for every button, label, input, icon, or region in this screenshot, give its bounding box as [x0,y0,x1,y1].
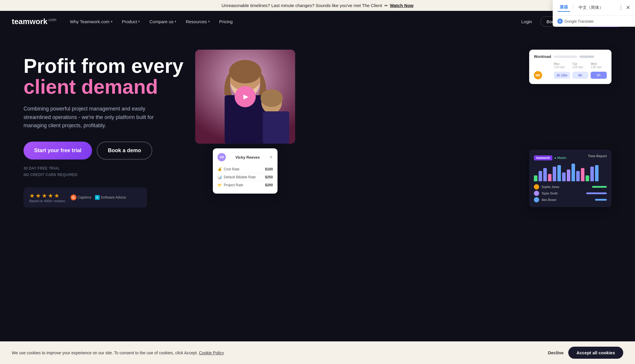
time-report-chart [534,164,607,181]
billing-row-billable: 📊 Default Billable Rate $250 [218,173,273,181]
software-advice-logo: S Software Advice [95,195,126,200]
workload-cell-tue: 6h [572,72,589,79]
ratings-label: Based on 4000+ reviews: [29,199,66,203]
project-rate-icon: 📁 [218,183,222,187]
billing-row-cost: 💰 Cost Rate $100 [218,165,273,173]
logo-text: teamwork.com [12,17,56,26]
billing-widget: VR Vicky Reeves ✕ 💰 Cost Rate $100 📊 Def… [213,148,278,194]
billing-row-project: 📁 Project Rate $200 [218,181,273,189]
star-1: ★ [29,192,35,199]
nav-links: Why Teamwork.com ▾ Product ▾ Compare us … [66,17,518,26]
workload-cell-wed: 8h [591,72,607,79]
workload-day-wed: Wed13th Apr [591,62,607,69]
workload-user-avatar: MK [534,71,542,79]
capterra-icon: G [71,194,76,200]
star-2: ★ [36,192,41,199]
hero-disclaimer: 30 DAY FREE TRIAL NO CREDIT CARD REQUIRE… [24,165,183,178]
billing-avatar: VR [218,153,226,161]
workload-day-mon: Mon11th Apr [554,62,570,69]
time-report-widget: teamwork ▸ Martin Time Report [529,150,611,207]
nav-item-resources[interactable]: Resources ▾ [182,17,214,26]
workload-day-tue: Tue12th Apr [572,62,589,69]
translate-more-icon[interactable]: ⋮ [618,4,624,11]
translate-label: Google Translate [564,19,594,24]
cost-rate-icon: 💰 [218,167,222,171]
billable-rate-icon: 📊 [218,175,222,179]
login-button[interactable]: Login [518,17,536,26]
capterra-logo: G Capterra [71,194,91,200]
play-button[interactable] [235,86,256,107]
svg-rect-7 [263,111,289,144]
hero-buttons: Start your free trial Book a demo [24,142,183,160]
billing-header: VR Vicky Reeves ✕ [218,153,273,161]
chevron-down-icon: ▾ [175,20,176,24]
billing-cost-value: $100 [265,167,273,171]
nav-item-why[interactable]: Why Teamwork.com ▾ [66,17,117,26]
translate-lang-chinese[interactable]: 中文（简体） [576,4,606,11]
navbar: teamwork.com Why Teamwork.com ▾ Product … [0,11,635,32]
star-4: ★ [48,192,53,199]
star-3: ★ [42,192,47,199]
billing-billable-value: $250 [265,175,273,179]
hero-content: Profit from every client demand Combinin… [24,50,183,207]
user-row-2: Taylor Smith [534,191,607,196]
start-trial-button[interactable]: Start your free trial [24,142,92,160]
hero-ratings: ★ ★ ★ ★ ★ Based on 4000+ reviews: G Capt… [24,187,147,207]
user-row-1: Sophie Jones [534,184,607,189]
ratings-logos: G Capterra S Software Advice [71,194,126,200]
translate-header: 英语 | 中文（简体） ⋮ ✕ [553,0,635,16]
time-report-filter: ▸ Martin [555,156,567,160]
nav-item-product[interactable]: Product ▾ [118,17,144,26]
nav-item-pricing[interactable]: Pricing [215,17,237,26]
user-row-3: Alex Brown [534,197,607,202]
hero-main-image [195,50,295,144]
user-list: Sophie Jones Taylor Smith Alex Brown [534,184,607,202]
workload-bar-1 [554,56,577,58]
translate-close-icon[interactable]: ✕ [626,4,630,11]
chevron-down-icon: ▾ [111,20,113,24]
hero-section: Profit from every client demand Combinin… [0,32,635,231]
announcement-emoji: •• [385,3,388,8]
billing-name: Vicky Reeves [235,155,260,160]
billing-project-value: $200 [265,183,273,187]
hero-visuals: Workload Mon11th Apr Tue12th Apr Wed13th… [195,50,611,197]
star-rating: ★ ★ ★ ★ ★ [29,192,66,199]
workload-grid: Mon11th Apr Tue12th Apr Wed13th Apr MK 2… [534,62,607,79]
svg-point-4 [229,60,261,83]
time-report-title: Time Report [588,154,607,158]
hero-title: Profit from every client demand [24,56,183,98]
translate-footer: G Google Translate [553,16,635,27]
announcement-text: Unreasonable timelines? Last minute chan… [221,3,382,8]
watch-now-link[interactable]: Watch Now [390,3,413,8]
star-5-half: ★ [54,192,59,199]
chevron-down-icon: ▾ [138,20,140,24]
section-bottom [0,231,635,254]
billing-close-icon[interactable]: ✕ [269,155,273,160]
svg-point-6 [260,89,283,107]
logo[interactable]: teamwork.com [12,17,56,26]
chevron-down-icon: ▾ [208,20,210,24]
book-demo-hero-button[interactable]: Book a demo [97,142,152,160]
hero-subtitle: Combining powerful project management an… [24,105,171,130]
workload-cell-mon: 2h 10m [554,72,570,79]
announcement-bar: Unreasonable timelines? Last minute chan… [0,0,635,11]
workload-bar-2 [579,56,594,58]
workload-widget: Workload Mon11th Apr Tue12th Apr Wed13th… [529,50,611,84]
translate-lang-english[interactable]: 英语 [557,4,570,12]
translate-popup: 英语 | 中文（简体） ⋮ ✕ G Google Translate [553,0,635,27]
workload-title: Workload [534,54,551,59]
time-report-badge: teamwork [534,155,552,160]
software-advice-icon: S [95,195,100,200]
google-icon: G [557,19,563,24]
nav-item-compare[interactable]: Compare us ▾ [145,17,181,26]
